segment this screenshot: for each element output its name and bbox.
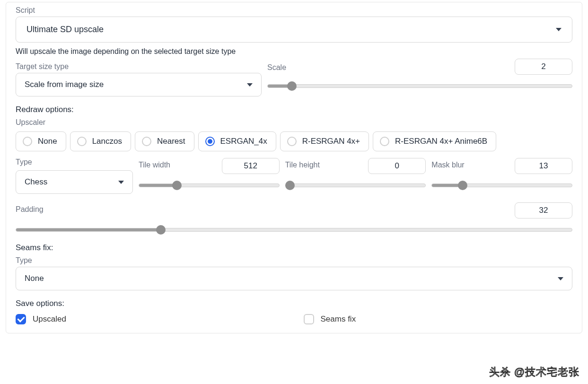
mask-blur-slider[interactable] <box>431 181 572 190</box>
script-description: Will upscale the image depending on the … <box>16 47 572 56</box>
radio-icon <box>23 137 32 146</box>
radio-icon <box>142 137 151 146</box>
upscaled-checkbox[interactable] <box>16 314 26 324</box>
target-size-value: Scale from image size <box>25 80 104 89</box>
padding-input[interactable] <box>515 202 572 218</box>
redraw-options-heading: Redraw options: <box>16 105 572 114</box>
scale-slider[interactable] <box>267 81 572 91</box>
padding-slider[interactable] <box>16 225 572 235</box>
script-select[interactable]: Ultimate SD upscale <box>16 17 572 43</box>
upscaler-option-r-esrgan-4x-[interactable]: R-ESRGAN 4x+ <box>280 131 369 151</box>
tile-height-input[interactable] <box>368 158 426 174</box>
seams-fix-type-label: Type <box>16 256 572 265</box>
save-options-heading: Save options: <box>16 299 572 308</box>
seams-fix-checkbox[interactable] <box>304 314 314 324</box>
upscaler-option-label: Nearest <box>157 137 185 146</box>
upscaler-radio-group: NoneLanczosNearestESRGAN_4xR-ESRGAN 4x+R… <box>16 131 572 151</box>
radio-icon <box>287 137 297 146</box>
upscaler-option-lanczos[interactable]: Lanczos <box>70 131 131 151</box>
padding-label: Padding <box>16 205 44 214</box>
scale-label: Scale <box>267 63 286 72</box>
tile-height-slider[interactable] <box>285 181 426 190</box>
upscaler-option-r-esrgan-4x-anime6b[interactable]: R-ESRGAN 4x+ Anime6B <box>373 131 496 151</box>
upscaled-checkbox-label: Upscaled <box>33 314 66 324</box>
mask-blur-label: Mask blur <box>431 161 464 169</box>
target-size-label: Target size type <box>16 62 262 71</box>
upscaler-option-esrgan-4x[interactable]: ESRGAN_4x <box>198 131 276 151</box>
upscaler-option-none[interactable]: None <box>16 131 66 151</box>
radio-icon <box>77 137 87 146</box>
type-select[interactable]: Chess <box>16 170 133 194</box>
upscaler-option-nearest[interactable]: Nearest <box>135 131 194 151</box>
type-select-value: Chess <box>25 177 47 187</box>
tile-height-label: Tile height <box>285 161 320 169</box>
tile-width-label: Tile width <box>139 161 170 169</box>
upscaler-option-label: R-ESRGAN 4x+ Anime6B <box>395 137 487 146</box>
upscaler-option-label: None <box>38 137 57 146</box>
type-label: Type <box>16 158 133 166</box>
upscaler-option-label: ESRGAN_4x <box>220 137 267 146</box>
caret-down-icon <box>247 83 253 87</box>
script-label: Script <box>16 6 572 15</box>
upscaler-option-label: R-ESRGAN 4x+ <box>302 137 360 146</box>
tile-width-input[interactable] <box>222 158 280 174</box>
caret-down-icon <box>558 277 563 280</box>
upscaler-label: Upscaler <box>16 118 572 127</box>
mask-blur-input[interactable] <box>515 158 572 174</box>
seams-fix-heading: Seams fix: <box>16 243 572 253</box>
seams-fix-checkbox-label: Seams fix <box>321 314 356 324</box>
tile-width-slider[interactable] <box>139 181 280 190</box>
scale-input[interactable] <box>515 59 572 75</box>
caret-down-icon <box>118 181 124 184</box>
upscaler-option-label: Lanczos <box>92 137 122 146</box>
radio-icon <box>380 137 389 146</box>
script-select-value: Ultimate SD upscale <box>26 25 104 35</box>
seams-fix-type-select[interactable]: None <box>16 267 572 290</box>
target-size-select[interactable]: Scale from image size <box>16 73 262 96</box>
radio-icon <box>205 137 215 146</box>
seams-fix-type-value: None <box>25 274 44 283</box>
caret-down-icon <box>556 28 562 31</box>
